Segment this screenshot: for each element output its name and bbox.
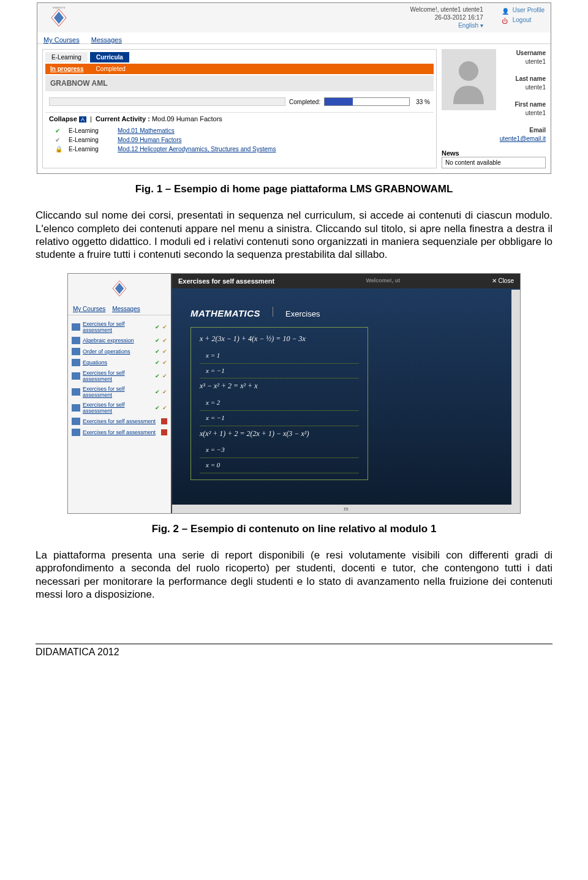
logout-link[interactable]: Logout [513,15,532,25]
user-info: Username utente1 Last name utente1 First… [500,49,546,143]
content-item-link[interactable]: Equations [83,359,153,366]
tab-curricula[interactable]: Curricula [90,52,129,62]
user-profile-link[interactable]: User Profile [513,6,545,15]
completed-label: Completed: [289,99,320,105]
lms-logo: G R A B N O W [43,6,74,30]
math-answer[interactable]: x = 1 [200,350,359,364]
content-screenshot: My Courses Messages Exercises for self a… [67,273,521,514]
email-label: Email [529,127,546,134]
user-links: 👤User Profile ⏻Logout [502,6,545,29]
content-courses-link[interactable]: My Courses [73,306,105,312]
book-icon [72,372,80,380]
lms-screenshot: G R A B N O W Welcome!, utente1 utente1 … [37,2,551,174]
welcome-text: Welcome!, utente1 utente1 [410,6,483,13]
math-answer[interactable]: x = −3 [200,444,359,458]
book-icon [72,348,80,355]
current-activity: Mod.09 Human Factors [152,115,222,122]
exercises-heading: Exercises [285,309,320,318]
lastname-value: utente1 [526,84,546,91]
svg-text:G R A B N O W: G R A B N O W [53,7,66,9]
module-type: E-Learning [69,146,111,152]
content-nav: My Courses Messages [68,303,171,315]
content-item-link[interactable]: Exercises for self assessment [83,429,159,435]
tab-elearning[interactable]: E-Learning [45,52,88,62]
logout-icon: ⏻ [502,17,509,24]
module-type: E-Learning [69,127,111,134]
news-content: No content available [442,157,546,168]
check-green-icon: ✔ [155,324,160,330]
lastname-label: Last name [516,75,546,82]
welcome-right: Welcome!, ut [366,277,400,285]
scroll-mid-label: m [344,506,349,512]
progress-fill [325,98,353,105]
vertical-scrollbar[interactable] [511,290,520,505]
main-tabs: E-Learning Curricula [45,52,434,62]
check-yellow-icon: ✔ [162,324,167,330]
exercise-content: MATHEMATICS Exercises x + 2(3x − 1) + 4(… [172,288,520,505]
close-button[interactable]: ✕ Close [492,277,514,285]
course-title: GRABNOW AML [45,75,434,91]
check-gray-icon: ✔ [55,137,62,143]
content-left-panel: My Courses Messages Exercises for self a… [68,274,172,513]
math-answer[interactable]: x = −1 [200,365,359,379]
check-green-icon: ✔ [55,127,62,134]
stop-icon [161,418,167,424]
collapse-icon[interactable]: A [79,116,86,122]
content-item-link[interactable]: Exercises for self assessment [83,321,153,333]
content-item-link[interactable]: Exercises for self assessment [83,418,159,424]
content-item-link[interactable]: Exercises for self assessment [83,402,153,414]
module-link[interactable]: Mod.12 Helicopter Aerodynamics, Structur… [118,146,276,152]
separator [273,307,273,317]
svg-point-3 [459,61,478,81]
modal-titlebar: Exercises for self assessment Welcome!, … [172,274,520,288]
content-item-link[interactable]: Order of operations [83,348,153,355]
check-yellow-icon: ✔ [162,389,167,395]
math-heading: MATHEMATICS [190,308,260,318]
lms-header: G R A B N O W Welcome!, utente1 utente1 … [37,3,551,32]
progress-percent: 33 % [416,99,430,105]
content-messages-link[interactable]: Messages [112,306,140,312]
main-panel: E-Learning Curricula In progress Complet… [42,49,437,168]
side-panel: Username utente1 Last name utente1 First… [442,49,546,168]
check-green-icon: ✔ [155,405,160,411]
module-link[interactable]: Mod.01 Mathematics [118,127,175,134]
user-icon: 👤 [502,7,509,14]
math-answer[interactable]: x = 0 [200,459,359,473]
figure2-caption: Fig. 2 – Esempio di contenuto on line re… [36,522,552,535]
book-icon [72,323,80,331]
my-courses-link[interactable]: My Courses [43,36,80,43]
email-value[interactable]: utente1@email.it [500,135,546,142]
content-item-link[interactable]: Exercises for self assessment [83,370,153,382]
sub-tabs: In progress Completed [45,64,434,74]
lock-icon: 🔒 [55,146,62,152]
collapse-label[interactable]: Collapse [49,115,77,122]
figure1-caption: Fig. 1 – Esempio di home page piattaform… [36,182,552,195]
module-list: ✔E-LearningMod.01 Mathematics✔E-Learning… [49,126,430,154]
check-yellow-icon: ✔ [162,359,167,366]
date-text: 26-03-2012 16:17 [410,13,483,21]
check-green-icon: ✔ [155,348,160,355]
subtab-inprogress[interactable]: In progress [50,66,83,72]
module-link[interactable]: Mod.09 Human Factors [118,137,182,143]
math-answer[interactable]: x = 2 [200,397,359,411]
lang-link[interactable]: English [458,22,478,29]
news-heading: News [442,149,546,157]
math-answer[interactable]: x = −1 [200,412,359,426]
content-item-link[interactable]: Algebraic expression [83,337,153,344]
top-nav: My Courses Messages [37,32,551,44]
username-value: utente1 [526,58,546,65]
check-green-icon: ✔ [155,359,160,366]
book-icon [72,337,80,344]
check-yellow-icon: ✔ [162,373,167,379]
check-green-icon: ✔ [155,337,160,344]
check-yellow-icon: ✔ [162,348,167,355]
subtab-completed[interactable]: Completed [96,66,125,72]
horizontal-scrollbar[interactable]: m [172,505,520,513]
messages-link[interactable]: Messages [91,36,122,43]
math-box: x + 2(3x − 1) + 4(x − ½) = 10 − 3xx = 1x… [190,327,368,480]
module-type: E-Learning [69,137,111,143]
book-icon [72,418,80,425]
content-item-link[interactable]: Exercises for self assessment [83,386,153,398]
username-label: Username [516,50,546,56]
footer-text: DIDAMATICA 2012 [36,647,552,658]
